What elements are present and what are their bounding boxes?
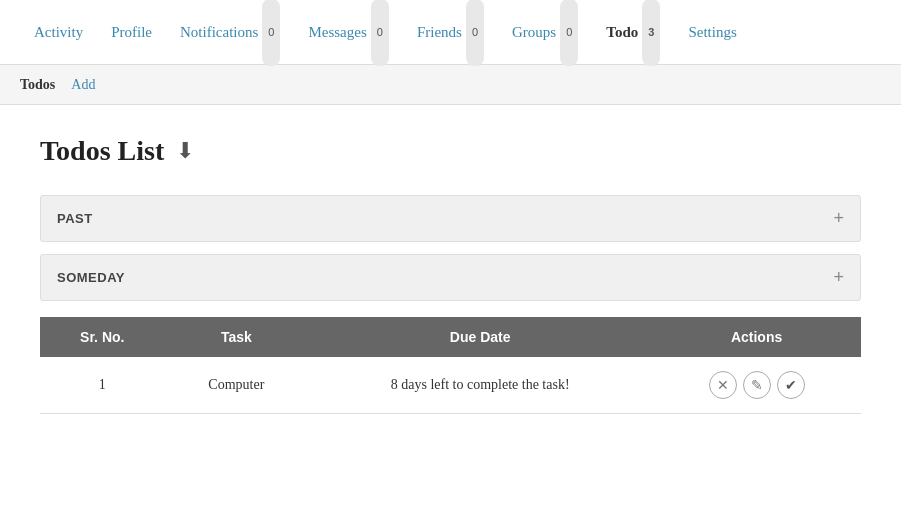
- groups-badge: 0: [560, 0, 578, 66]
- section-someday-toggle: +: [833, 267, 844, 288]
- nav-label-groups: Groups: [512, 0, 556, 65]
- cell-task: Computer: [165, 357, 309, 414]
- edit-button[interactable]: ✎: [743, 371, 771, 399]
- section-past-toggle: +: [833, 208, 844, 229]
- nav-item-todo[interactable]: Todo 3: [592, 0, 674, 66]
- subnav-add[interactable]: Add: [71, 77, 95, 93]
- nav-item-activity[interactable]: Activity: [20, 0, 97, 65]
- page-title: Todos List: [40, 135, 164, 167]
- main-content: Todos List ⬇ PAST + SOMEDAY + Sr. No. Ta…: [0, 105, 901, 434]
- table-header-row: Sr. No. Task Due Date Actions: [40, 317, 861, 357]
- col-header-task: Task: [165, 317, 309, 357]
- friends-badge: 0: [466, 0, 484, 66]
- download-icon[interactable]: ⬇: [176, 138, 194, 164]
- nav-label-todo: Todo: [606, 0, 638, 65]
- sub-navigation: Todos Add: [0, 65, 901, 105]
- cell-due-date: 8 days left to complete the task!: [308, 357, 652, 414]
- action-buttons: ✕ ✎ ✔: [668, 371, 845, 399]
- nav-item-settings[interactable]: Settings: [674, 0, 750, 65]
- nav-label-messages: Messages: [308, 0, 366, 65]
- col-header-due-date: Due Date: [308, 317, 652, 357]
- cell-actions: ✕ ✎ ✔: [652, 357, 861, 414]
- table-row: 1 Computer 8 days left to complete the t…: [40, 357, 861, 414]
- nav-item-notifications[interactable]: Notifications 0: [166, 0, 294, 66]
- notifications-badge: 0: [262, 0, 280, 66]
- nav-label-notifications: Notifications: [180, 0, 258, 65]
- nav-item-friends[interactable]: Friends 0: [403, 0, 498, 66]
- col-header-srno: Sr. No.: [40, 317, 165, 357]
- nav-item-messages[interactable]: Messages 0: [294, 0, 402, 66]
- section-someday-label: SOMEDAY: [57, 270, 125, 285]
- nav-item-profile[interactable]: Profile: [97, 0, 166, 65]
- cell-srno: 1: [40, 357, 165, 414]
- todos-table: Sr. No. Task Due Date Actions 1 Computer…: [40, 317, 861, 414]
- page-title-row: Todos List ⬇: [40, 135, 861, 167]
- section-someday[interactable]: SOMEDAY +: [40, 254, 861, 301]
- top-navigation: Activity Profile Notifications 0 Message…: [0, 0, 901, 65]
- section-past-label: PAST: [57, 211, 93, 226]
- delete-button[interactable]: ✕: [709, 371, 737, 399]
- messages-badge: 0: [371, 0, 389, 66]
- todo-badge: 3: [642, 0, 660, 66]
- complete-button[interactable]: ✔: [777, 371, 805, 399]
- subnav-todos[interactable]: Todos: [20, 77, 55, 93]
- nav-item-groups[interactable]: Groups 0: [498, 0, 592, 66]
- section-past[interactable]: PAST +: [40, 195, 861, 242]
- col-header-actions: Actions: [652, 317, 861, 357]
- nav-label-friends: Friends: [417, 0, 462, 65]
